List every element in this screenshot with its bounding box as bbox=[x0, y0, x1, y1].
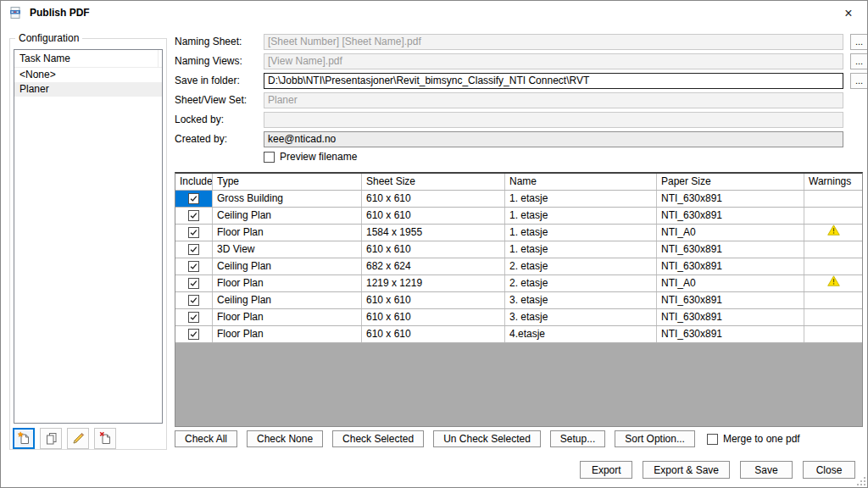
sheet-size-cell: 610 x 610 bbox=[362, 241, 505, 258]
warnings-cell bbox=[804, 258, 862, 274]
include-cell[interactable] bbox=[175, 275, 213, 291]
locked-by-label: Locked by: bbox=[175, 114, 264, 125]
check-all-button[interactable]: Check All bbox=[175, 430, 237, 447]
table-row[interactable]: Floor Plan610 x 6103. etasjeNTI_630x891 bbox=[175, 309, 862, 326]
column-header-include[interactable]: Include bbox=[175, 174, 213, 190]
new-task-button[interactable] bbox=[13, 428, 35, 449]
include-cell[interactable] bbox=[175, 258, 213, 274]
warnings-cell bbox=[804, 309, 862, 325]
include-cell[interactable] bbox=[175, 191, 213, 207]
include-checkbox[interactable] bbox=[188, 261, 199, 272]
column-header-warnings[interactable]: Warnings bbox=[804, 174, 862, 190]
table-row[interactable]: Floor Plan1584 x 19551. etasjeNTI_A0 bbox=[175, 225, 862, 241]
sheet-size-cell: 1219 x 1219 bbox=[362, 275, 505, 291]
check-none-button[interactable]: Check None bbox=[247, 430, 323, 447]
task-list-item[interactable]: <None> bbox=[14, 68, 162, 82]
check-selected-button[interactable]: Check Selected bbox=[332, 430, 424, 447]
save-in-folder-browse-button[interactable]: ... bbox=[850, 73, 868, 89]
type-cell: Floor Plan bbox=[213, 275, 362, 291]
table-row[interactable]: Floor Plan1219 x 12192. etasjeNTI_A0 bbox=[175, 275, 862, 292]
created-by-field[interactable]: kee@nticad.no bbox=[264, 131, 843, 147]
sheet-size-cell: 610 x 610 bbox=[362, 292, 505, 308]
include-checkbox[interactable] bbox=[188, 193, 199, 204]
merge-to-one-pdf-label: Merge to one pdf bbox=[723, 433, 800, 445]
include-checkbox[interactable] bbox=[188, 227, 199, 238]
include-cell[interactable] bbox=[175, 241, 213, 258]
sheet-size-cell: 610 x 610 bbox=[362, 208, 505, 224]
name-cell: 1. etasje bbox=[505, 241, 657, 258]
include-cell[interactable] bbox=[175, 225, 213, 241]
naming-sheet-browse-button[interactable]: ... bbox=[850, 34, 868, 50]
paper-size-cell: NTI_A0 bbox=[657, 225, 804, 241]
delete-task-button[interactable] bbox=[94, 428, 116, 449]
name-cell: 1. etasje bbox=[505, 225, 657, 241]
warnings-cell bbox=[804, 275, 862, 291]
pencil-icon bbox=[71, 431, 86, 446]
save-in-folder-field[interactable]: D:\Jobb\NTI\Presentasjoner\Revit_bimsync… bbox=[264, 73, 843, 89]
include-cell[interactable] bbox=[175, 292, 213, 308]
column-header-type[interactable]: Type bbox=[213, 174, 362, 190]
task-list-items: <None>Planer bbox=[14, 68, 162, 97]
type-cell: Ceiling Plan bbox=[213, 292, 362, 308]
task-list-item[interactable]: Planer bbox=[14, 82, 162, 97]
table-row[interactable]: Gross Building610 x 6101. etasjeNTI_630x… bbox=[175, 191, 862, 208]
warnings-cell bbox=[804, 208, 862, 224]
include-checkbox[interactable] bbox=[188, 295, 199, 306]
task-name-column-header[interactable]: Task Name bbox=[14, 50, 162, 68]
sort-option-button[interactable]: Sort Option... bbox=[615, 430, 695, 447]
edit-task-button[interactable] bbox=[67, 428, 89, 449]
footer-buttons: ExportExport & SaveSaveClose bbox=[580, 461, 855, 479]
naming-views-browse-button[interactable]: ... bbox=[850, 53, 868, 69]
column-header-paper-size[interactable]: Paper Size bbox=[657, 174, 804, 190]
include-checkbox[interactable] bbox=[188, 210, 199, 221]
config-toolbar bbox=[13, 428, 116, 449]
include-cell[interactable] bbox=[175, 309, 213, 325]
export-save-button[interactable]: Export & Save bbox=[643, 461, 730, 479]
publish-pdf-dialog: Publish PDF × Task Name <None>Planer Con… bbox=[0, 0, 868, 488]
warnings-cell bbox=[804, 191, 862, 207]
close-button[interactable]: Close bbox=[803, 461, 855, 479]
table-row[interactable]: 3D View610 x 6101. etasjeNTI_630x891 bbox=[175, 241, 862, 258]
configuration-group-label: Configuration bbox=[15, 32, 82, 44]
merge-to-one-pdf-checkbox[interactable] bbox=[707, 434, 718, 445]
warning-icon bbox=[827, 225, 840, 241]
setup-button[interactable]: Setup... bbox=[550, 430, 605, 447]
export-button[interactable]: Export bbox=[580, 461, 632, 479]
include-checkbox[interactable] bbox=[188, 278, 199, 289]
naming-views-field: [View Name].pdf bbox=[264, 53, 843, 69]
preview-filename-checkbox[interactable] bbox=[264, 152, 275, 163]
copy-task-button[interactable] bbox=[40, 428, 62, 449]
include-cell[interactable] bbox=[175, 208, 213, 224]
type-cell: Floor Plan bbox=[213, 326, 362, 342]
window-title: Publish PDF bbox=[30, 7, 90, 19]
resize-grip[interactable] bbox=[856, 476, 866, 486]
table-row[interactable]: Ceiling Plan610 x 6101. etasjeNTI_630x89… bbox=[175, 208, 862, 225]
warnings-cell bbox=[804, 241, 862, 258]
un-check-selected-button[interactable]: Un Check Selected bbox=[433, 430, 541, 447]
table-row[interactable]: Floor Plan610 x 6104.etasjeNTI_630x891 bbox=[175, 326, 862, 343]
created-by-label: Created by: bbox=[175, 133, 264, 145]
table-row[interactable]: Ceiling Plan610 x 6103. etasjeNTI_630x89… bbox=[175, 292, 862, 309]
paper-size-cell: NTI_630x891 bbox=[657, 326, 804, 342]
include-checkbox[interactable] bbox=[188, 312, 199, 323]
warnings-cell bbox=[804, 326, 862, 342]
save-button[interactable]: Save bbox=[740, 461, 793, 479]
save-in-folder-row: Save in folder:D:\Jobb\NTI\Presentasjone… bbox=[175, 72, 868, 89]
name-cell: 1. etasje bbox=[505, 208, 657, 224]
include-checkbox[interactable] bbox=[188, 329, 199, 340]
close-button[interactable]: × bbox=[835, 3, 862, 24]
type-cell: Gross Building bbox=[213, 191, 362, 207]
warnings-cell bbox=[804, 225, 862, 241]
type-cell: Ceiling Plan bbox=[213, 258, 362, 274]
type-cell: 3D View bbox=[213, 241, 362, 258]
include-checkbox[interactable] bbox=[188, 244, 199, 255]
table-row[interactable]: Ceiling Plan682 x 6242. etasjeNTI_630x89… bbox=[175, 258, 862, 275]
sheet-view-set-row: Sheet/View Set:Planer bbox=[175, 92, 868, 108]
sheet-view-set-label: Sheet/View Set: bbox=[175, 94, 264, 106]
include-cell[interactable] bbox=[175, 326, 213, 342]
form-area: Naming Sheet:[Sheet Number] [Sheet Name]… bbox=[175, 33, 868, 163]
column-header-sheet-size[interactable]: Sheet Size bbox=[362, 174, 505, 190]
column-header-name[interactable]: Name bbox=[505, 174, 657, 190]
name-cell: 2. etasje bbox=[505, 275, 657, 291]
type-cell: Floor Plan bbox=[213, 225, 362, 241]
